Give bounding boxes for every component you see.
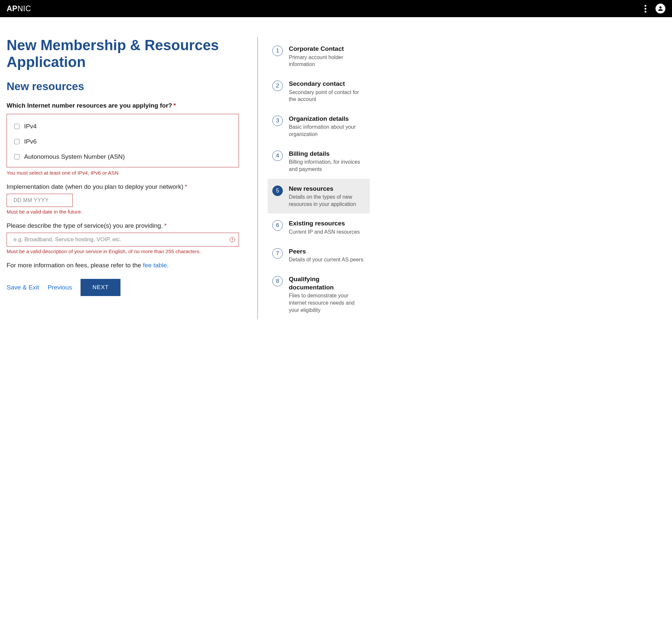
section-title: New resources xyxy=(6,80,239,93)
step-title: Billing details xyxy=(289,150,365,158)
step-title: Secondary contact xyxy=(289,80,365,88)
checkbox-asn-input[interactable] xyxy=(14,154,20,159)
q3-error: Must be a valid description of your serv… xyxy=(6,248,239,255)
checkbox-ipv6-label: IPv6 xyxy=(24,138,37,145)
step-title: New resources xyxy=(289,185,365,193)
step-body: PeersDetails of your current AS peers xyxy=(289,247,365,263)
resource-checkbox-group: IPv4 IPv6 Autonomous System Number (ASN) xyxy=(6,114,239,167)
q1-label: Which Internet number resources are you … xyxy=(6,102,239,109)
step-3[interactable]: 3Organization detailsBasic information a… xyxy=(268,109,370,144)
step-title: Organization details xyxy=(289,115,365,123)
step-body: Organization detailsBasic information ab… xyxy=(289,115,365,138)
step-desc: Secondary point of contact for the accou… xyxy=(289,89,365,103)
step-desc: Current IP and ASN resources xyxy=(289,228,365,236)
checkbox-ipv4[interactable]: IPv4 xyxy=(14,119,231,134)
step-body: New resourcesDetails on the types of new… xyxy=(289,185,365,208)
fee-info: For more information on fees, please ref… xyxy=(6,262,239,269)
steps-sidebar: 1Corporate ContactPrimary account holder… xyxy=(257,37,370,320)
step-number: 6 xyxy=(272,220,283,231)
step-number: 7 xyxy=(272,248,283,259)
step-8[interactable]: 8Qualifying documentationFiles to demons… xyxy=(268,269,370,320)
q3-label: Please describe the type of service(s) y… xyxy=(6,222,239,229)
step-body: Existing resourcesCurrent IP and ASN res… xyxy=(289,219,365,235)
service-description-input[interactable] xyxy=(6,233,239,246)
step-desc: Details of your current AS peers xyxy=(289,256,365,263)
form-buttons: Save & Exit Previous NEXT xyxy=(6,279,239,296)
step-4[interactable]: 4Billing detailsBilling information, for… xyxy=(268,144,370,179)
step-body: Corporate ContactPrimary account holder … xyxy=(289,45,365,68)
step-number: 4 xyxy=(272,151,283,161)
step-number: 1 xyxy=(272,46,283,56)
step-number: 2 xyxy=(272,81,283,91)
kebab-menu-icon[interactable] xyxy=(645,5,646,13)
step-number: 8 xyxy=(272,276,283,286)
required-asterisk: * xyxy=(173,102,176,109)
q2-error: Must be a valid date in the future. xyxy=(6,209,239,215)
checkbox-ipv6[interactable]: IPv6 xyxy=(14,134,231,149)
required-asterisk: * xyxy=(164,222,166,229)
checkbox-asn[interactable]: Autonomous System Number (ASN) xyxy=(14,149,231,165)
error-icon: ! xyxy=(230,237,235,242)
previous-button[interactable]: Previous xyxy=(47,284,72,291)
q1-error: You must select at least one of IPv4, IP… xyxy=(6,170,239,176)
save-exit-button[interactable]: Save & Exit xyxy=(6,284,39,291)
checkbox-ipv4-label: IPv4 xyxy=(24,123,37,130)
step-number: 5 xyxy=(272,185,283,196)
checkbox-asn-label: Autonomous System Number (ASN) xyxy=(24,153,125,160)
step-number: 3 xyxy=(272,115,283,126)
topbar-actions xyxy=(645,4,666,14)
service-description-wrap: ! xyxy=(6,233,239,246)
brand-bold: AP xyxy=(6,4,18,13)
required-asterisk: * xyxy=(185,183,187,190)
step-title: Corporate Contact xyxy=(289,45,365,53)
step-desc: Details on the types of new resources in… xyxy=(289,193,365,207)
step-1[interactable]: 1Corporate ContactPrimary account holder… xyxy=(268,39,370,74)
checkbox-ipv6-input[interactable] xyxy=(14,139,20,144)
step-desc: Basic information about your organizatio… xyxy=(289,124,365,138)
step-6[interactable]: 6Existing resourcesCurrent IP and ASN re… xyxy=(268,214,370,241)
q2-label: Implementation date (when do you plan to… xyxy=(6,183,239,191)
step-desc: Primary account holder information xyxy=(289,54,365,68)
step-2[interactable]: 2Secondary contactSecondary point of con… xyxy=(268,74,370,109)
step-body: Qualifying documentationFiles to demonst… xyxy=(289,275,365,313)
topbar: APNIC xyxy=(0,0,672,17)
step-title: Qualifying documentation xyxy=(289,275,365,291)
step-body: Secondary contactSecondary point of cont… xyxy=(289,80,365,103)
implementation-date-input[interactable] xyxy=(6,194,72,207)
step-body: Billing detailsBilling information, for … xyxy=(289,150,365,173)
brand-logo[interactable]: APNIC xyxy=(6,4,31,13)
fee-table-link[interactable]: fee table xyxy=(143,262,167,269)
main-column: New Membership & Resources Application N… xyxy=(6,37,257,320)
page-body: New Membership & Resources Application N… xyxy=(0,17,376,333)
checkbox-ipv4-input[interactable] xyxy=(14,124,20,129)
next-button[interactable]: NEXT xyxy=(81,279,121,296)
brand-thin: NIC xyxy=(18,4,31,13)
step-desc: Billing information, for invoices and pa… xyxy=(289,158,365,173)
page-title: New Membership & Resources Application xyxy=(6,37,239,70)
step-title: Existing resources xyxy=(289,219,365,228)
step-5[interactable]: 5New resourcesDetails on the types of ne… xyxy=(268,179,370,214)
step-title: Peers xyxy=(289,247,365,256)
account-icon[interactable] xyxy=(655,4,666,14)
step-desc: Files to demonstrate your internet resou… xyxy=(289,292,365,313)
step-7[interactable]: 7PeersDetails of your current AS peers xyxy=(268,242,370,269)
